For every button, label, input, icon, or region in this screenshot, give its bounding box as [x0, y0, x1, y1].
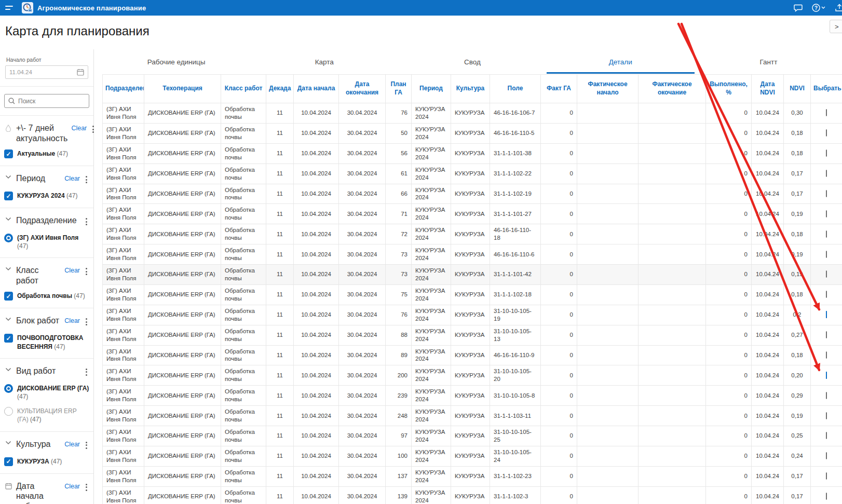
column-header-actual_start[interactable]: Фактическое начало [577, 75, 639, 103]
tab-work-units[interactable]: Рабочие единицы [102, 51, 250, 74]
cell-period: КУКУРУЗА 2024 [412, 406, 451, 426]
table-row: (ЗГ) АХИ Ивня ПоляДИСКОВАНИЕ ERP (ГА)Обр… [103, 486, 842, 504]
column-header-date_end[interactable]: Дата окончания [339, 75, 386, 103]
clear-filter-link[interactable]: Clear [64, 441, 80, 448]
chevron-down-icon[interactable] [4, 317, 12, 321]
row-select-checkbox-checked[interactable] [826, 372, 827, 379]
chevron-down-icon[interactable] [4, 217, 12, 221]
column-header-work_class[interactable]: Класс работ [221, 75, 266, 103]
help-icon[interactable]: ? [812, 4, 825, 12]
row-select-checkbox[interactable] [826, 170, 827, 177]
cell-actual_start [577, 143, 639, 164]
cell-date_end: 30.04.2024 [339, 486, 386, 504]
tab-details[interactable]: Детали [547, 51, 695, 74]
column-header-plan[interactable]: План ГА [386, 75, 412, 103]
column-header-ndvi[interactable]: NDVI [784, 75, 811, 103]
column-header-operation[interactable]: Техоперация [144, 75, 221, 103]
tab-gantt[interactable]: Гантт [695, 51, 842, 74]
search-input[interactable]: Поиск [4, 94, 89, 108]
group-menu-kebab-icon[interactable] [84, 216, 89, 227]
row-select-checkbox[interactable] [826, 230, 827, 238]
checkbox-checked[interactable] [4, 149, 13, 158]
row-select-checkbox-checked[interactable] [826, 311, 827, 318]
group-menu-kebab-icon[interactable] [84, 440, 89, 451]
row-select-checkbox[interactable] [826, 190, 827, 197]
filter-option[interactable]: КУКУРУЗА 2024 (47) [0, 192, 93, 200]
row-select-checkbox[interactable] [826, 493, 827, 500]
row-select-checkbox[interactable] [826, 210, 827, 217]
clear-filter-link[interactable]: Clear [64, 483, 80, 490]
clear-filter-link[interactable]: Clear [64, 317, 80, 324]
filter-option[interactable]: ДИСКОВАНИЕ ERP (ГА) (47) [0, 384, 93, 401]
menu-icon[interactable] [5, 4, 16, 12]
calendar-icon[interactable] [77, 69, 84, 76]
cell-select [811, 386, 842, 406]
chevron-down-icon[interactable] [4, 367, 12, 372]
group-menu-kebab-icon[interactable] [84, 174, 89, 185]
cell-date_start: 10.04.2024 [294, 103, 339, 124]
column-header-actual_end[interactable]: Фактическое окочание [639, 75, 706, 103]
filter-option[interactable]: Актуальные (47) [0, 149, 93, 158]
cell-actual_end [639, 325, 706, 345]
column-header-ndvi_date[interactable]: Дата NDVI [752, 75, 784, 103]
row-select-checkbox[interactable] [826, 351, 827, 359]
row-select-checkbox[interactable] [826, 432, 827, 439]
row-select-checkbox[interactable] [826, 270, 827, 278]
column-header-date_start[interactable]: Дата начала [294, 75, 339, 103]
row-select-checkbox[interactable] [826, 291, 827, 298]
cell-ndvi_date: 10.04.24 [752, 325, 784, 345]
filter-option[interactable]: КУЛЬТИВАЦИЯ ERP (ГА) (47) [0, 407, 93, 424]
column-header-culture[interactable]: Культура [451, 75, 490, 103]
tab-summary[interactable]: Свод [398, 51, 546, 74]
checkbox-checked[interactable] [4, 334, 13, 343]
filter-option[interactable]: КУКУРУЗА (47) [0, 457, 93, 466]
upload-icon[interactable] [835, 4, 842, 12]
chevron-down-icon[interactable] [4, 175, 12, 179]
row-select-checkbox[interactable] [826, 149, 827, 157]
row-select-checkbox[interactable] [826, 412, 827, 419]
cell-operation: ДИСКОВАНИЕ ERP (ГА) [144, 466, 221, 486]
column-header-field[interactable]: Поле [490, 75, 541, 103]
checkbox-checked[interactable] [4, 292, 13, 301]
row-select-checkbox[interactable] [826, 109, 827, 116]
clear-filter-link[interactable]: Clear [64, 175, 80, 182]
group-menu-kebab-icon[interactable] [84, 266, 89, 277]
group-menu-kebab-icon[interactable] [84, 316, 89, 328]
filter-option-count: (47) [57, 150, 68, 157]
clear-filter-link[interactable]: Clear [64, 267, 80, 274]
chevron-down-icon[interactable] [4, 441, 12, 445]
group-menu-kebab-icon[interactable] [84, 366, 89, 378]
row-select-checkbox[interactable] [826, 452, 827, 459]
checkbox-checked[interactable] [4, 457, 13, 466]
tab-map[interactable]: Карта [250, 51, 398, 74]
row-select-checkbox[interactable] [826, 472, 827, 480]
cell-actual_end [639, 284, 706, 305]
column-header-done_pct[interactable]: Выполнено, % [706, 75, 752, 103]
clear-filter-link[interactable]: Clear [71, 125, 87, 132]
cell-plan: 239 [386, 386, 412, 406]
collapse-panel-button[interactable]: > [830, 20, 842, 33]
filter-option[interactable]: (ЗГ) АХИ Ивня Поля (47) [0, 234, 93, 250]
radio-checked[interactable] [4, 384, 13, 393]
table-row: (ЗГ) АХИ Ивня ПоляДИСКОВАНИЕ ERP (ГА)Обр… [103, 164, 842, 184]
column-header-select[interactable]: Выбрать [811, 75, 842, 103]
column-header-period[interactable]: Период [412, 75, 451, 103]
cell-actual_end [639, 426, 706, 446]
chat-icon[interactable] [794, 4, 803, 12]
radio[interactable] [4, 407, 13, 416]
row-select-checkbox[interactable] [826, 392, 827, 399]
cell-work_class: Обработка почвы [221, 184, 266, 204]
filter-option[interactable]: ПОЧВОПОДГОТОВКА ВЕСЕННЯЯ (47) [0, 334, 93, 350]
filter-option[interactable]: Обработка почвы (47) [0, 292, 93, 301]
row-select-checkbox[interactable] [826, 251, 827, 258]
start-date-input[interactable]: 11.04.24 [5, 65, 88, 79]
group-menu-kebab-icon[interactable] [84, 482, 89, 493]
row-select-checkbox[interactable] [826, 129, 827, 137]
column-header-fact[interactable]: Факт ГА [541, 75, 577, 103]
row-select-checkbox[interactable] [826, 331, 827, 338]
column-header-decade[interactable]: Декада [266, 75, 294, 103]
chevron-down-icon[interactable] [4, 267, 12, 271]
checkbox-checked[interactable] [4, 192, 13, 200]
radio-checked[interactable] [4, 234, 13, 242]
column-header-unit[interactable]: Подразделение [103, 75, 144, 103]
